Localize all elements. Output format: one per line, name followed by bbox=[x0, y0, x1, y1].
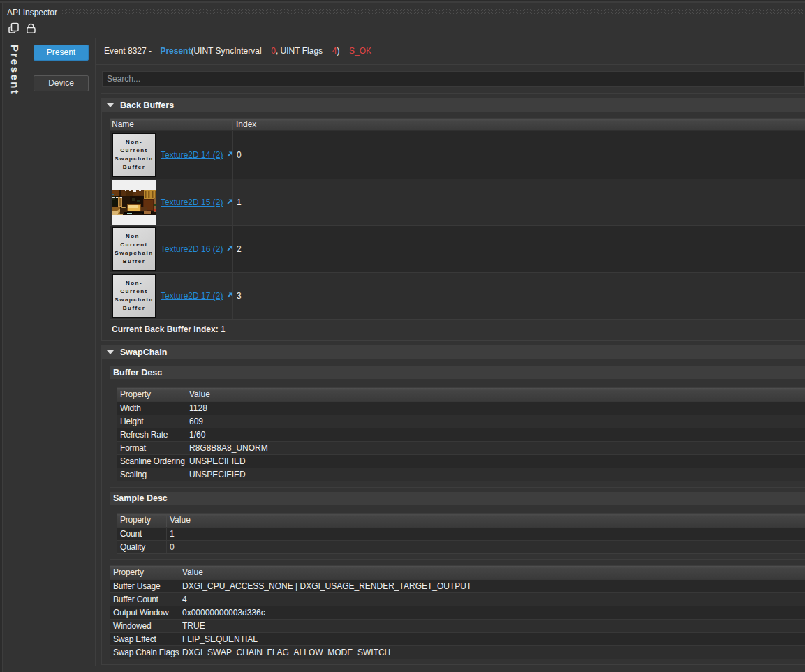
property-row: Width1128 bbox=[117, 401, 805, 415]
property-value-cell: DXGI_SWAP_CHAIN_FLAG_ALLOW_MODE_SWITCH bbox=[179, 646, 805, 659]
property-value-cell: TRUE bbox=[179, 620, 805, 632]
property-name-cell: Height bbox=[117, 415, 186, 428]
back-buffer-row: Non-CurrentSwapchainBufferTexture2D 14 (… bbox=[110, 131, 805, 179]
back-buffers-table-header: Name Index bbox=[110, 119, 805, 131]
event-arg-text: (UINT SyncInterval = bbox=[191, 46, 271, 56]
external-link-arrow-icon[interactable] bbox=[226, 150, 233, 160]
sidebar-tab-device[interactable]: Device bbox=[34, 75, 89, 91]
property-row: Height609 bbox=[117, 415, 805, 428]
property-value-cell: UNSPECIFIED bbox=[186, 455, 805, 468]
column-header-property: Property bbox=[110, 566, 179, 579]
float-panel-button[interactable] bbox=[8, 22, 20, 34]
current-back-buffer-index-label: Current Back Buffer Index: bbox=[112, 324, 219, 334]
property-value-cell: DXGI_CPU_ACCESS_NONE | DXGI_USAGE_RENDER… bbox=[179, 580, 805, 592]
external-link-arrow-icon[interactable] bbox=[226, 197, 233, 207]
property-value-cell: 0x00000000003d336c bbox=[179, 606, 805, 619]
back-buffer-row: Non-CurrentSwapchainBufferTexture2D 17 (… bbox=[110, 272, 805, 319]
texture-thumbnail[interactable] bbox=[112, 180, 156, 225]
group-header-sample-desc: Sample Desc bbox=[110, 492, 805, 505]
property-name-cell: Width bbox=[117, 402, 186, 415]
group-title: Sample Desc bbox=[113, 493, 168, 503]
back-buffer-index-cell: 3 bbox=[233, 273, 805, 319]
property-row: Swap EffectFLIP_SEQUENTIAL bbox=[110, 632, 805, 645]
back-buffer-row: Non-CurrentSwapchainBufferTexture2D 16 (… bbox=[110, 225, 805, 272]
back-buffer-index-cell: 0 bbox=[233, 131, 805, 179]
property-value-cell: FLIP_SEQUENTIAL bbox=[179, 633, 805, 645]
texture-link[interactable]: Texture2D 14 (2) bbox=[161, 150, 223, 160]
sample-desc-table: PropertyValueCount1Quality0 bbox=[117, 513, 805, 554]
titlebar-drag-handle[interactable] bbox=[62, 8, 803, 15]
lock-panel-button[interactable] bbox=[25, 22, 37, 34]
event-prefix: Event 8327 - bbox=[104, 46, 154, 56]
group-title: Buffer Desc bbox=[113, 368, 162, 378]
current-back-buffer-index-value: 1 bbox=[221, 324, 226, 334]
back-buffer-name-cell: Non-CurrentSwapchainBufferTexture2D 14 (… bbox=[110, 131, 233, 179]
texture-link[interactable]: Texture2D 17 (2) bbox=[161, 291, 223, 301]
property-value-cell: 1 bbox=[167, 528, 805, 540]
external-link-arrow-icon[interactable] bbox=[226, 291, 233, 301]
property-table-header: PropertyValue bbox=[117, 388, 805, 401]
current-back-buffer-index: Current Back Buffer Index: 1 bbox=[112, 320, 805, 340]
back-buffers-body: Name Index Non-CurrentSwapchainBufferTex… bbox=[101, 112, 805, 341]
property-name-cell: Output Window bbox=[110, 606, 179, 619]
column-header-property: Property bbox=[117, 388, 186, 401]
property-name-cell: Format bbox=[117, 442, 186, 454]
property-value-cell: 0 bbox=[167, 541, 805, 553]
property-name-cell: Count bbox=[117, 528, 167, 540]
buffer-desc-table: PropertyValueWidth1128Height609Refresh R… bbox=[117, 387, 805, 481]
property-name-cell: Buffer Usage bbox=[110, 580, 179, 592]
column-header-value: Value bbox=[186, 388, 805, 401]
property-value-cell: UNSPECIFIED bbox=[186, 468, 805, 481]
back-buffer-name-cell: Non-CurrentSwapchainBufferTexture2D 16 (… bbox=[110, 226, 233, 272]
texture-link[interactable]: Texture2D 15 (2) bbox=[161, 197, 223, 207]
sidebar-group-label: Present bbox=[9, 45, 21, 96]
back-buffer-name-cell: Texture2D 15 (2) bbox=[110, 179, 233, 225]
texture-link[interactable]: Texture2D 16 (2) bbox=[161, 244, 223, 254]
buffer-desc-box: PropertyValueWidth1128Height609Refresh R… bbox=[110, 379, 805, 488]
property-value-cell: R8G8B8A8_UNORM bbox=[186, 442, 805, 454]
event-arg-text: ) = bbox=[337, 46, 349, 56]
back-buffer-index-cell: 2 bbox=[233, 226, 805, 272]
swapchain-properties-table: PropertyValueBuffer UsageDXGI_CPU_ACCESS… bbox=[110, 565, 805, 659]
non-current-swapchain-thumbnail[interactable]: Non-CurrentSwapchainBuffer bbox=[112, 274, 156, 318]
section-header-swapchain[interactable]: SwapChain bbox=[101, 345, 805, 359]
property-name-cell: Scanline Ordering bbox=[117, 455, 186, 468]
back-buffers-table: Name Index Non-CurrentSwapchainBufferTex… bbox=[110, 118, 805, 320]
property-row: ScalingUNSPECIFIED bbox=[117, 468, 805, 481]
sample-desc-box: PropertyValueCount1Quality0 bbox=[110, 505, 805, 560]
property-row: Count1 bbox=[117, 527, 805, 540]
sidebar-tab-present[interactable]: Present bbox=[34, 45, 89, 61]
back-buffer-name-cell: Non-CurrentSwapchainBufferTexture2D 17 (… bbox=[110, 273, 233, 319]
external-link-arrow-icon[interactable] bbox=[226, 244, 233, 254]
event-arguments: (UINT SyncInterval = 0, UINT Flags = 4) … bbox=[191, 46, 371, 56]
property-row: Quality0 bbox=[117, 540, 805, 553]
event-function-name: Present bbox=[160, 46, 191, 56]
property-row: FormatR8G8B8A8_UNORM bbox=[117, 441, 805, 454]
property-row: Output Window0x00000000003d336c bbox=[110, 606, 805, 619]
property-name-cell: Windowed bbox=[110, 620, 179, 632]
column-header-value: Value bbox=[167, 514, 805, 527]
collapse-arrow-icon[interactable] bbox=[107, 350, 114, 354]
back-buffer-row: Texture2D 15 (2)1 bbox=[110, 179, 805, 225]
lock-icon bbox=[25, 22, 37, 34]
property-name-cell: Refresh Rate bbox=[117, 428, 186, 441]
panel-titlebar[interactable]: API Inspector bbox=[3, 3, 805, 22]
drag-handle-dots-pattern bbox=[62, 8, 803, 15]
event-arg-text: , UINT Flags = bbox=[276, 46, 332, 56]
non-current-swapchain-thumbnail[interactable]: Non-CurrentSwapchainBuffer bbox=[112, 133, 156, 177]
property-name-cell: Scaling bbox=[117, 468, 186, 481]
section-header-back-buffers[interactable]: Back Buffers bbox=[101, 98, 805, 112]
search-input[interactable] bbox=[102, 71, 805, 87]
non-current-swapchain-thumbnail[interactable]: Non-CurrentSwapchainBuffer bbox=[112, 227, 156, 271]
back-buffer-index-cell: 1 bbox=[233, 179, 805, 225]
section-title: SwapChain bbox=[120, 348, 167, 357]
column-header-property: Property bbox=[117, 514, 167, 527]
event-result-value: S_OK bbox=[349, 46, 371, 56]
property-row: Buffer Count4 bbox=[110, 592, 805, 606]
event-signature-line: Event 8327 - Present(UINT SyncInterval =… bbox=[96, 38, 805, 65]
swapchain-body: Buffer Desc PropertyValueWidth1128Height… bbox=[101, 359, 805, 665]
property-row: Scanline OrderingUNSPECIFIED bbox=[117, 454, 805, 468]
collapse-arrow-icon[interactable] bbox=[107, 103, 114, 107]
inspector-content: Event 8327 - Present(UINT SyncInterval =… bbox=[96, 38, 805, 672]
column-header-index: Index bbox=[233, 119, 805, 130]
